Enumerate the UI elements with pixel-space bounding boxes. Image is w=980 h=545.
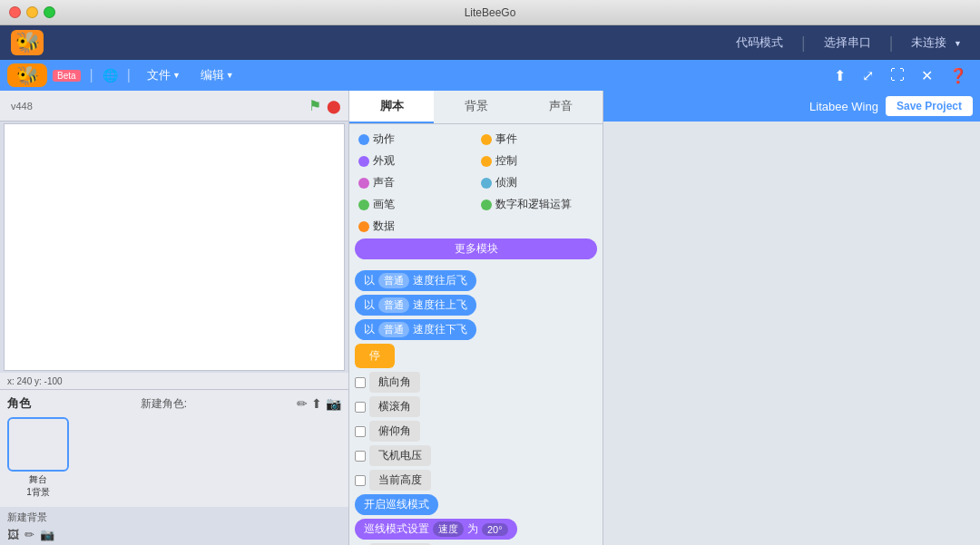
backdrops-label: 新建背景: [7, 511, 341, 524]
menu-separator1: |: [90, 67, 93, 83]
nav-divider: |: [801, 34, 806, 53]
block-fly-backward-pill[interactable]: 以 普通 速度往后飞: [355, 270, 476, 291]
save-project-button[interactable]: Save Project: [886, 96, 973, 116]
camera-sprite-button[interactable]: 📷: [326, 396, 341, 411]
block-voltage-label[interactable]: 飞机电压: [369, 445, 431, 466]
cat-control-dot: [481, 156, 492, 167]
sprite-tools: ✏ ⬆ 📷: [297, 396, 341, 411]
camera-backdrop-button[interactable]: 📷: [40, 528, 54, 541]
tab-backgrounds[interactable]: 背景: [434, 91, 518, 123]
cat-motion[interactable]: 动作: [355, 130, 475, 149]
top-nav: 🐝 代码模式 | 选择串口 | 未连接 ▼: [0, 25, 980, 60]
blocks-list: 以 普通 速度往后飞 以 普通 速度往上飞 以: [349, 265, 603, 545]
block-line-speed-set: 巡线模式设置 速度 为 20°: [355, 519, 597, 540]
cat-pen[interactable]: 画笔: [355, 195, 475, 214]
window-controls: [9, 6, 55, 18]
block-altitude: 当前高度: [355, 470, 597, 491]
block-line-mode-pill[interactable]: 开启巡线模式: [355, 494, 438, 515]
cat-sound[interactable]: 声音: [355, 173, 475, 192]
menu-separator2: |: [127, 67, 131, 83]
block-line-mode: 开启巡线模式: [355, 494, 597, 515]
upload-sprite-button[interactable]: ⬆: [311, 396, 322, 411]
category-palette: 动作 事件 外观 控制 声音: [349, 124, 603, 265]
cat-sensing-dot: [481, 178, 492, 189]
bee-logo-icon: 🐝: [16, 64, 39, 86]
fullscreen-button[interactable]: ⛶: [885, 65, 910, 85]
cat-events-dot: [481, 134, 492, 145]
maximize-button[interactable]: [44, 6, 55, 18]
help-button[interactable]: ❓: [944, 65, 973, 86]
upload-button[interactable]: ⬆: [828, 65, 851, 86]
block-voltage-check[interactable]: [355, 451, 366, 462]
sprites-panel: 角色 新建角色: ✏ ⬆ 📷 舞台1背景: [0, 389, 348, 507]
window-title: LiteBeeGo: [465, 6, 516, 19]
stage-sprite-name: 舞台1背景: [7, 473, 69, 499]
cat-events[interactable]: 事件: [477, 130, 597, 149]
cat-motion-dot: [358, 134, 369, 145]
blocks-tabs: 脚本 背景 声音: [349, 91, 603, 124]
upload-backdrop-button[interactable]: ✏: [24, 528, 34, 541]
stage-panel: v448 ⚑ ⬤ x: 240 y: -100 角色 新建角色: ✏ ⬆: [0, 91, 349, 545]
paint-sprite-button[interactable]: ✏: [297, 396, 308, 411]
connection-status-button[interactable]: 未连接 ▼: [904, 31, 969, 54]
select-port-button[interactable]: 选择串口: [817, 31, 878, 54]
cat-operators[interactable]: 数字和逻辑运算: [477, 195, 597, 214]
scratch-menu-bar: 🐝 Beta | 🌐 | 文件 ▼ 编辑 ▼ ⬆ ⤢ ⛶ ✕ ❓: [0, 60, 980, 91]
sprites-label: 角色: [7, 395, 31, 412]
scratch-logo: 🐝: [7, 63, 47, 87]
block-stop-pill[interactable]: 停: [355, 344, 395, 368]
block-roll-label[interactable]: 横滚角: [369, 396, 420, 417]
cat-control[interactable]: 控制: [477, 151, 597, 170]
block-heading-label[interactable]: 航向角: [369, 372, 420, 393]
block-roll-angle: 横滚角: [355, 396, 597, 417]
stage-sprite-thumb: [7, 417, 69, 472]
cat-data-dot: [358, 221, 369, 232]
new-sprite-label: 新建角色:: [141, 396, 187, 412]
cat-looks[interactable]: 外观: [355, 151, 475, 170]
paint-backdrop-button[interactable]: 🖼: [7, 528, 19, 541]
workspace-header: Litabee Wing Save Project: [603, 91, 980, 122]
block-heading-angle: 航向角: [355, 372, 597, 393]
sprites-header: 角色 新建角色: ✏ ⬆ 📷: [7, 395, 341, 412]
block-roll-check[interactable]: [355, 402, 366, 413]
stage-sprite-item[interactable]: 舞台1背景: [7, 417, 69, 499]
green-flag-icon[interactable]: ⚑: [309, 97, 321, 114]
close-project-button[interactable]: ✕: [916, 65, 938, 86]
cat-more-blocks[interactable]: 更多模块: [355, 238, 597, 259]
backdrops-tools: 🖼 ✏ 📷: [7, 528, 341, 541]
block-heading-check[interactable]: [355, 377, 366, 388]
block-line-speed-pill[interactable]: 巡线模式设置 速度 为 20°: [355, 519, 517, 540]
minimize-button[interactable]: [26, 6, 38, 18]
cat-data[interactable]: 数据: [355, 217, 475, 236]
tab-scripts[interactable]: 脚本: [349, 91, 434, 123]
cursor-button[interactable]: ⤢: [857, 65, 879, 86]
block-altitude-check[interactable]: [355, 475, 366, 486]
cat-operators-dot: [481, 200, 492, 210]
file-menu[interactable]: 文件 ▼: [140, 63, 188, 87]
block-fly-up-pill[interactable]: 以 普通 速度往上飞: [355, 295, 476, 316]
block-pitch-label[interactable]: 俯仰角: [369, 421, 420, 442]
block-voltage: 飞机电压: [355, 445, 597, 466]
workspace-area[interactable]: [603, 122, 980, 545]
block-fly-down-pill[interactable]: 以 普通 速度往下飞: [355, 319, 476, 340]
block-altitude-label[interactable]: 当前高度: [369, 470, 431, 491]
block-pitch-check[interactable]: [355, 426, 366, 437]
block-pitch-angle: 俯仰角: [355, 421, 597, 442]
workspace-panel: Litabee Wing Save Project: [603, 91, 980, 545]
stage-coordinates: x: 240 y: -100: [0, 373, 348, 389]
beta-badge: Beta: [53, 70, 81, 82]
nav-divider2: |: [889, 34, 894, 53]
stage-header: v448 ⚑ ⬤: [0, 91, 348, 122]
cat-sensing[interactable]: 侦测: [477, 173, 597, 192]
tab-sounds[interactable]: 声音: [518, 91, 603, 123]
content-row: v448 ⚑ ⬤ x: 240 y: -100 角色 新建角色: ✏ ⬆: [0, 91, 980, 545]
blocks-panel: 脚本 背景 声音 动作 事件 外观: [349, 91, 603, 545]
close-button[interactable]: [9, 6, 21, 18]
stop-icon[interactable]: ⬤: [327, 99, 341, 113]
code-mode-button[interactable]: 代码模式: [729, 31, 790, 54]
block-fly-backward: 以 普通 速度往后飞: [355, 270, 597, 291]
cat-pen-dot: [358, 200, 369, 210]
stage-canvas: [4, 123, 345, 371]
dropdown-arrow-icon: ▼: [954, 39, 962, 48]
edit-menu[interactable]: 编辑 ▼: [193, 63, 241, 87]
